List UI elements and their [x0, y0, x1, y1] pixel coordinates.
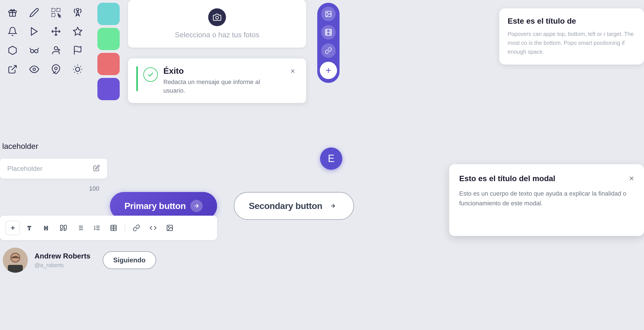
user-name: Andrew Roberts [35, 252, 90, 260]
svg-rect-4 [52, 13, 55, 17]
secondary-button-label: Secondary button [249, 201, 322, 211]
svg-point-16 [33, 68, 36, 71]
cursor-select-icon [49, 6, 63, 19]
svg-point-9 [31, 50, 34, 53]
popover-title: Este es el título de [508, 17, 636, 26]
number-display: 100 [89, 185, 99, 192]
svg-line-27 [80, 66, 81, 67]
svg-point-19 [76, 67, 80, 72]
rte-heading-button[interactable]: H [40, 221, 53, 235]
teal-swatch[interactable] [97, 3, 120, 25]
modal-title: Esto es el título del modal [459, 174, 555, 183]
red-swatch[interactable] [97, 53, 120, 75]
user-add-icon [49, 43, 63, 57]
popover-card: Este es el título de Popovers can appe t… [499, 8, 644, 65]
svg-point-30 [327, 13, 328, 13]
primary-button-label: Primary button [124, 201, 186, 211]
external-link-icon [6, 62, 19, 76]
rte-code-button[interactable] [146, 221, 160, 235]
svg-rect-3 [57, 8, 60, 12]
modal-body: Esto es un cuerpo de texto que ayuda a e… [459, 189, 634, 208]
user-info: Andrew Roberts @a_roberts [35, 252, 90, 269]
primary-button-arrow-icon [190, 200, 203, 212]
rte-divider [125, 223, 125, 233]
bell-icon [6, 24, 19, 38]
color-swatches [95, 0, 122, 103]
svg-marker-7 [73, 27, 82, 35]
secondary-button[interactable]: Secondary button [234, 192, 354, 220]
svg-text:H: H [44, 225, 48, 231]
svg-point-10 [35, 50, 38, 53]
eye-icon [27, 62, 41, 76]
svg-line-26 [74, 72, 75, 73]
pen-icon [27, 6, 41, 19]
follow-button[interactable]: Siguiendo [103, 251, 156, 269]
rte-ordered-list-button[interactable] [90, 221, 104, 235]
pin-icon [49, 62, 63, 76]
input-placeholder-text: Placeholder [7, 165, 43, 173]
hexagon-icon [6, 43, 19, 57]
modal-card: Esto es el título del modal × Esto es un… [449, 164, 644, 236]
rte-link-button[interactable] [130, 221, 143, 235]
toast-content: Éxito Redacta un mensaje que informe al … [163, 66, 282, 95]
svg-point-28 [216, 16, 218, 19]
floating-action-button[interactable]: E [320, 147, 342, 170]
move-icon [49, 24, 63, 38]
edit-icon [93, 165, 100, 173]
icons-grid [0, 0, 106, 82]
svg-line-23 [80, 72, 81, 73]
text-input[interactable]: Placeholder [0, 159, 107, 179]
toast-close-button[interactable]: × [288, 66, 298, 76]
rich-text-toolbar: T H [0, 216, 217, 240]
svg-line-15 [12, 66, 16, 70]
placeholder-label: laceholder [2, 142, 38, 151]
toast-border [136, 66, 138, 91]
svg-point-51 [168, 226, 169, 227]
modal-close-button[interactable]: × [629, 174, 634, 183]
pointer-icon [71, 6, 85, 19]
glasses-icon [27, 43, 41, 57]
user-card: Andrew Roberts @a_roberts Siguiendo [0, 245, 159, 275]
video-tool-button[interactable] [321, 25, 336, 40]
svg-line-22 [74, 66, 75, 67]
svg-point-11 [54, 47, 58, 50]
flag-icon [71, 43, 85, 57]
rte-list-button[interactable] [73, 221, 87, 235]
photo-upload-area[interactable]: Selecciona o haz tus fotos [128, 0, 306, 48]
right-toolbar [317, 3, 340, 83]
rte-add-button[interactable] [6, 221, 20, 235]
sun-icon [71, 62, 85, 76]
star-icon [71, 24, 85, 38]
gift-icon [6, 6, 19, 19]
toast-message: Redacta un mensaje que informe al usuari… [163, 78, 282, 95]
modal-header: Esto es el título del modal × [459, 174, 634, 183]
play-icon [27, 24, 41, 38]
floating-btn-icon: E [328, 154, 335, 164]
user-avatar [3, 248, 28, 273]
success-check-icon [143, 67, 158, 82]
purple-swatch[interactable] [97, 78, 120, 100]
add-tool-button[interactable] [320, 62, 337, 79]
rte-image-button[interactable] [163, 221, 176, 235]
green-swatch[interactable] [97, 28, 120, 50]
secondary-button-arrow-icon [327, 200, 339, 212]
svg-text:T: T [28, 225, 31, 231]
image-tool-button[interactable] [321, 7, 336, 21]
svg-marker-8 [9, 46, 16, 55]
link-tool-button[interactable] [321, 43, 336, 58]
user-handle: @a_roberts [35, 262, 90, 269]
photo-upload-text: Selecciona o haz tus fotos [175, 31, 259, 39]
svg-marker-6 [31, 28, 37, 35]
camera-icon [208, 8, 226, 26]
rte-text-button[interactable]: T [23, 221, 37, 235]
svg-rect-53 [8, 265, 23, 273]
popover-body: Popovers can appe top, bottom, left or r… [508, 29, 636, 56]
svg-point-17 [55, 67, 57, 70]
rte-table-button[interactable] [107, 221, 120, 235]
toast-title: Éxito [163, 66, 282, 76]
svg-rect-2 [52, 8, 55, 12]
rte-quote-button[interactable] [57, 221, 70, 235]
toast-notification: Éxito Redacta un mensaje que informe al … [128, 58, 306, 103]
